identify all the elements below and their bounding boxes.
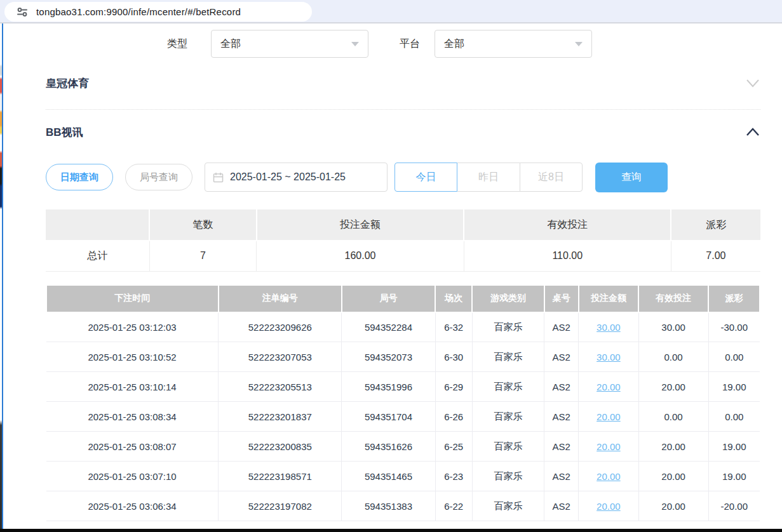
cell-game-type: 百家乐 xyxy=(472,462,544,491)
cell-payout: -30.00 xyxy=(708,312,760,342)
date-query-button[interactable]: 日期查询 xyxy=(46,164,113,190)
date-range-value: 2025-01-25 ~ 2025-01-25 xyxy=(230,171,346,183)
records-col-header: 有效投注 xyxy=(638,286,708,312)
cell-payout: 0.00 xyxy=(708,402,760,432)
left-edge-strip xyxy=(0,23,3,532)
cell-game-type: 百家乐 xyxy=(472,372,544,402)
summary-total-value: 7 xyxy=(149,241,257,271)
cell-valid-bet: 30.00 xyxy=(638,312,708,342)
bet-amount-link[interactable]: 20.00 xyxy=(597,441,621,452)
cell-order-number: 522223209626 xyxy=(219,312,342,342)
cell-order-number: 522223205513 xyxy=(219,372,342,402)
cell-bet-amount: 20.00 xyxy=(579,462,638,491)
address-omnibox[interactable]: tongbao31.com:9900/infe/mcenter/#/betRec… xyxy=(4,2,312,22)
cell-table-number: AS2 xyxy=(544,402,579,432)
cell-round-number: 594352073 xyxy=(342,342,435,372)
cell-payout: 19.00 xyxy=(708,372,760,402)
records-col-header: 注单编号 xyxy=(219,286,342,312)
bet-amount-link[interactable]: 20.00 xyxy=(597,501,621,512)
chevron-down-icon[interactable] xyxy=(745,78,760,88)
today-button[interactable]: 今日 xyxy=(394,163,457,192)
summary-total-value: 110.00 xyxy=(464,241,671,271)
table-row: 2025-01-25 03:12:03522223209626594352284… xyxy=(46,312,760,342)
bet-record-page: 类型 全部 平台 全部 皇冠体育 xyxy=(4,25,782,529)
caret-down-icon xyxy=(575,42,583,46)
section-crown-sports[interactable]: 皇冠体育 xyxy=(46,74,760,92)
table-row: 2025-01-25 03:08:07522223200835594351626… xyxy=(46,432,760,462)
last-8-days-button[interactable]: 近8日 xyxy=(520,163,583,192)
summary-col-header xyxy=(46,209,149,241)
cell-game-type: 百家乐 xyxy=(472,432,544,462)
cell-bet-amount: 30.00 xyxy=(579,342,638,372)
section-bb-video[interactable]: BB视讯 xyxy=(46,123,760,141)
records-col-header: 派彩 xyxy=(708,286,760,312)
platform-select[interactable]: 全部 xyxy=(435,30,592,58)
summary-col-header: 投注金额 xyxy=(257,209,464,241)
bet-amount-link[interactable]: 20.00 xyxy=(597,471,621,482)
cell-table-number: AS2 xyxy=(544,462,579,491)
cell-bet-time: 2025-01-25 03:08:34 xyxy=(46,402,219,432)
summary-col-header: 有效投注 xyxy=(464,209,671,241)
records-col-header: 投注金额 xyxy=(579,286,638,312)
cell-session: 6-22 xyxy=(435,491,472,521)
cell-valid-bet: 0.00 xyxy=(638,342,708,372)
url-text[interactable]: tongbao31.com:9900/infe/mcenter/#/betRec… xyxy=(36,6,241,17)
cell-order-number: 522223207053 xyxy=(219,342,342,372)
query-controls-row: 日期查询 局号查询 2025-01-25 ~ 2025-01-25 xyxy=(46,163,760,192)
caret-down-icon xyxy=(351,42,359,46)
cell-bet-amount: 20.00 xyxy=(579,402,638,432)
summary-header-row: 笔数投注金额有效投注派彩 xyxy=(46,209,760,241)
cell-session: 6-29 xyxy=(435,372,472,402)
bet-amount-link[interactable]: 20.00 xyxy=(597,382,621,392)
chevron-up-icon[interactable] xyxy=(745,127,760,137)
platform-select-value: 全部 xyxy=(444,37,464,51)
type-select-value: 全部 xyxy=(220,37,241,51)
cell-game-type: 百家乐 xyxy=(472,342,544,372)
bottom-edge-bar xyxy=(0,529,782,532)
platform-filter-group: 平台 全部 xyxy=(400,30,592,58)
cell-table-number: AS2 xyxy=(544,342,579,372)
bet-amount-link[interactable]: 30.00 xyxy=(597,322,621,333)
yesterday-button[interactable]: 昨日 xyxy=(457,163,520,192)
summary-total-value: 7.00 xyxy=(671,241,760,271)
site-settings-icon[interactable] xyxy=(16,6,29,18)
cell-valid-bet: 20.00 xyxy=(638,491,708,521)
date-range-input[interactable]: 2025-01-25 ~ 2025-01-25 xyxy=(205,163,388,192)
cell-table-number: AS2 xyxy=(544,491,579,521)
summary-col-header: 笔数 xyxy=(149,209,257,241)
cell-bet-amount: 20.00 xyxy=(579,372,638,402)
cell-session: 6-30 xyxy=(435,342,472,372)
cell-order-number: 522223197082 xyxy=(219,491,342,521)
cell-payout: 19.00 xyxy=(708,432,760,462)
cell-session: 6-25 xyxy=(435,432,472,462)
bet-amount-link[interactable]: 30.00 xyxy=(597,352,621,362)
cell-round-number: 594351626 xyxy=(342,432,435,462)
cell-bet-amount: 20.00 xyxy=(579,491,638,521)
cell-session: 6-32 xyxy=(435,312,472,342)
table-row: 2025-01-25 03:10:52522223207053594352073… xyxy=(46,342,760,372)
cell-bet-time: 2025-01-25 03:07:10 xyxy=(46,462,219,491)
filter-row: 类型 全部 平台 全部 xyxy=(167,30,760,58)
summary-total-value: 160.00 xyxy=(257,241,464,271)
cell-bet-time: 2025-01-25 03:12:03 xyxy=(46,312,219,342)
cell-valid-bet: 20.00 xyxy=(638,432,708,462)
table-row: 2025-01-25 03:08:34522223201837594351704… xyxy=(46,402,760,432)
records-col-header: 游戏类别 xyxy=(472,286,544,312)
browser-address-bar: tongbao31.com:9900/infe/mcenter/#/betRec… xyxy=(0,0,782,23)
section-title-crown-sports: 皇冠体育 xyxy=(46,76,89,91)
cell-game-type: 百家乐 xyxy=(472,402,544,432)
calendar-icon xyxy=(213,172,224,183)
summary-table: 笔数投注金额有效投注派彩 总计7160.00110.007.00 xyxy=(46,209,760,272)
summary-total-row: 总计7160.00110.007.00 xyxy=(46,241,760,271)
cell-bet-time: 2025-01-25 03:10:52 xyxy=(46,342,219,372)
cell-table-number: AS2 xyxy=(544,432,579,462)
round-query-button[interactable]: 局号查询 xyxy=(125,164,192,190)
bet-records-table: 下注时间注单编号局号场次游戏类别桌号投注金额有效投注派彩 2025-01-25 … xyxy=(46,286,760,522)
summary-col-header: 派彩 xyxy=(671,209,760,241)
cell-round-number: 594351465 xyxy=(342,462,435,491)
cell-session: 6-23 xyxy=(435,462,472,491)
type-select[interactable]: 全部 xyxy=(211,30,368,58)
type-label: 类型 xyxy=(167,37,187,51)
search-button[interactable]: 查询 xyxy=(595,163,668,192)
bet-amount-link[interactable]: 20.00 xyxy=(597,411,621,422)
